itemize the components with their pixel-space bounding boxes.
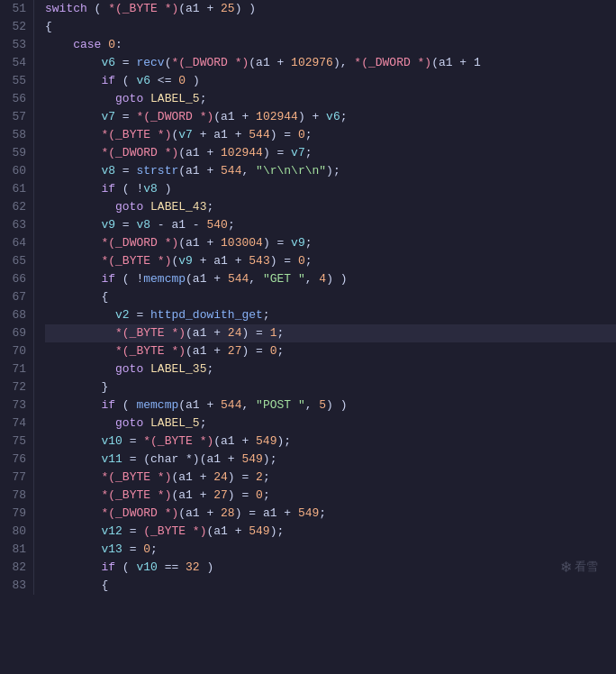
plain-token: <= [150, 74, 178, 87]
code-line: *(_DWORD *)(a1 + 102944) = v7; [45, 144, 616, 162]
line-number: 76 [4, 451, 26, 469]
fn-token: recv [136, 56, 164, 69]
line-number: 82 [4, 559, 26, 577]
plain-token: ; [263, 488, 270, 502]
plain-token: } [45, 380, 108, 394]
plain-token: , [305, 398, 320, 412]
plain-token [45, 326, 115, 340]
line-number: 77 [4, 469, 26, 487]
plain-token [45, 416, 115, 430]
plain-token: = [115, 218, 136, 232]
var-token: v9 [178, 254, 193, 268]
code-line: v9 = v8 - a1 - 540; [45, 216, 616, 234]
plain-token: (a1 + [178, 236, 221, 250]
plain-token: (a1 + [186, 272, 228, 286]
code-line: if ( v10 == 32 ) [45, 559, 616, 577]
cast-token: *(_BYTE *) [108, 2, 178, 15]
line-number: 71 [4, 360, 26, 378]
code-line: case 0: [45, 36, 616, 54]
plain-token: ; [206, 362, 213, 376]
line-number: 78 [4, 487, 26, 505]
fn-token: memcmp [136, 398, 178, 412]
num-token: 0 [178, 74, 186, 87]
cast-token: *(_DWORD *) [101, 236, 178, 250]
kw-token: if [101, 398, 115, 412]
code-line: *(_BYTE *)(v9 + a1 + 543) = 0; [45, 252, 616, 270]
num-token: 543 [249, 254, 269, 268]
kw-token: goto [115, 200, 143, 214]
line-number: 58 [4, 126, 26, 144]
plain-token: ; [340, 110, 348, 123]
plain-token: ) ) [326, 272, 347, 286]
kw-token: case [73, 38, 101, 51]
plain-token: ; [206, 200, 213, 214]
plain-token [45, 362, 115, 376]
watermark-text: 看雪 [575, 559, 598, 577]
code-lines: switch ( *(_BYTE *)(a1 + 25) ){ case 0: … [34, 0, 616, 595]
plain-token [45, 488, 101, 502]
plain-token: (a1 + [213, 110, 256, 123]
plain-token: , [241, 164, 256, 178]
plain-token [45, 146, 101, 159]
plain-token: (a1 + [178, 164, 221, 178]
plain-token [45, 218, 101, 232]
line-number: 68 [4, 306, 26, 324]
line-number: 62 [4, 198, 26, 216]
line-number: 63 [4, 216, 26, 234]
kw-token: goto [115, 92, 143, 105]
str-token: "\r\n\r\n" [256, 164, 326, 178]
plain-token [143, 92, 150, 105]
plain-token: ) = [241, 344, 269, 358]
plain-token: ); [276, 434, 291, 448]
plain-token: (a1 + [186, 344, 228, 358]
plain-token: = [122, 542, 143, 556]
plain-token [45, 92, 115, 105]
plain-token: = [122, 434, 143, 448]
plain-token: ) = [270, 128, 298, 141]
line-number: 52 [4, 18, 26, 36]
cast-token: *(_BYTE *) [101, 470, 171, 484]
line-number: 57 [4, 108, 26, 126]
plain-token [45, 38, 73, 51]
watermark: ❄ 看雪 [561, 559, 598, 577]
num-token: 0 [108, 38, 115, 51]
label-token: LABEL_43 [150, 200, 206, 214]
cast-token: *(_BYTE *) [101, 254, 171, 268]
plain-token [45, 308, 115, 322]
plain-token [45, 524, 101, 538]
plain-token [45, 200, 115, 214]
line-number: 80 [4, 523, 26, 541]
code-line: goto LABEL_5; [45, 414, 616, 433]
plain-token: ); [263, 452, 277, 466]
num-token: 4 [319, 272, 326, 286]
num-token: 544 [221, 398, 241, 412]
label-token: LABEL_35 [150, 362, 206, 376]
code-line: *(_DWORD *)(a1 + 28) = a1 + 549; [45, 505, 616, 523]
var-token: v6 [101, 56, 115, 69]
code-line: if ( !v8 ) [45, 180, 616, 198]
code-line: v12 = (_BYTE *)(a1 + 549); [45, 523, 616, 541]
plain-token: ( ! [115, 272, 143, 286]
plain-token: { [45, 290, 108, 304]
code-line: if ( memcmp(a1 + 544, "POST ", 5) ) [45, 396, 616, 414]
cast-token: *(_BYTE *) [101, 128, 171, 141]
cast-token: *(_DWORD *) [136, 110, 213, 123]
plain-token: ( ! [115, 182, 143, 196]
line-number: 75 [4, 433, 26, 451]
plain-token: ), [333, 56, 354, 69]
label-token: LABEL_5 [150, 416, 200, 430]
kw-token: goto [115, 362, 143, 376]
plain-token: ); [270, 524, 285, 538]
plain-token: { [45, 20, 52, 33]
plain-token [45, 74, 101, 87]
num-token: 549 [298, 506, 319, 520]
plain-token [45, 344, 115, 358]
plain-token [45, 434, 101, 448]
plain-token: (a1 + [186, 326, 228, 340]
line-number: 51 [4, 0, 26, 18]
code-line: *(_DWORD *)(a1 + 103004) = v9; [45, 234, 616, 252]
plain-token [143, 416, 150, 430]
line-number: 53 [4, 36, 26, 54]
plain-token [45, 398, 101, 412]
kw-token: if [101, 182, 115, 196]
